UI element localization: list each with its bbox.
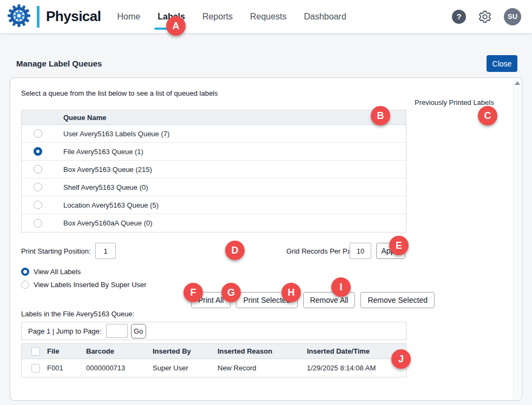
queue-name-column-header: Queue Name: [22, 114, 106, 122]
view-all-labels-option[interactable]: View All Labels: [21, 265, 147, 278]
brand[interactable]: Physical: [6, 3, 101, 30]
annotation-badge-f: F: [183, 283, 203, 302]
queue-name: File Avery5163 Queue (1): [63, 148, 143, 156]
col-inserted-datetime: Inserted Date/Time: [307, 347, 406, 355]
label-table-row[interactable]: F001 0000000713 Super User New Record 1/…: [22, 359, 406, 377]
brand-name: Physical: [46, 8, 101, 25]
annotation-badge-e: E: [389, 236, 409, 255]
queue-name: Location Avery5163 Queue (5): [63, 201, 159, 209]
queue-row-box-avery5163[interactable]: Box Avery5163 Queue (215): [22, 161, 406, 178]
scrollbar-up-arrow-icon[interactable]: [515, 81, 520, 85]
print-controls-row: Print Starting Position: Grid Records Pe…: [10, 243, 406, 259]
queue-instructions: Select a queue from the list below to se…: [21, 89, 218, 97]
previously-printed-labels-link[interactable]: Previously Printed Labels: [415, 98, 494, 107]
cell-inserted-by: Super User: [153, 364, 218, 372]
nav-item-dashboard[interactable]: Dashboard: [304, 9, 346, 25]
queue-radio[interactable]: [34, 165, 42, 174]
page-indicator: Page 1 | Jump to Page:: [28, 327, 102, 335]
cell-inserted-reason: New Record: [218, 364, 307, 372]
row-checkbox[interactable]: [31, 364, 40, 373]
print-starting-position-input[interactable]: [95, 243, 116, 259]
queue-radio-selected[interactable]: [34, 147, 42, 156]
gear-logo-icon: [6, 3, 31, 30]
view-all-labels-radio[interactable]: [21, 268, 29, 276]
jump-to-page-input[interactable]: [106, 324, 128, 338]
labels-in-queue-title: Labels in the File Avery5163 Queue:: [21, 310, 134, 318]
queue-row-shelf-avery5163[interactable]: Shelf Avery5163 Queue (0): [22, 178, 406, 196]
page-title: Manage Label Queues: [16, 59, 102, 68]
annotation-badge-c: C: [478, 106, 497, 125]
cell-inserted-datetime: 1/29/2025 8:14:08 AM: [307, 364, 406, 372]
nav-item-home[interactable]: Home: [117, 9, 141, 25]
remove-selected-button[interactable]: Remove Selected: [360, 292, 435, 308]
view-labels-super-user-label: View Labels Inserted By Super User: [34, 281, 147, 289]
col-barcode: Barcode: [86, 347, 153, 355]
queue-table: Queue Name User Avery5163 Labels Queue (…: [21, 110, 406, 233]
queue-name: Box Avery5163 Queue (215): [63, 165, 152, 174]
top-navbar: Physical Home Labels Reports Requests Da…: [0, 0, 532, 34]
view-labels-super-user-option[interactable]: View Labels Inserted By Super User: [21, 278, 147, 291]
print-starting-position-label: Print Starting Position:: [21, 247, 91, 255]
annotation-badge-a: A: [166, 16, 186, 36]
view-labels-super-user-radio[interactable]: [21, 281, 29, 289]
annotation-badge-i: I: [331, 277, 351, 297]
annotation-badge-b: B: [371, 106, 390, 125]
queue-radio[interactable]: [34, 219, 42, 228]
remove-all-button[interactable]: Remove All: [303, 292, 356, 308]
view-options-group: View All Labels View Labels Inserted By …: [21, 265, 147, 291]
nav-item-reports[interactable]: Reports: [202, 9, 233, 25]
queue-radio[interactable]: [34, 201, 42, 209]
annotation-badge-g: G: [221, 283, 241, 302]
queue-name: User Avery5163 Labels Queue (7): [63, 130, 169, 138]
queue-row-user-avery5163[interactable]: User Avery5163 Labels Queue (7): [22, 125, 406, 143]
navbar-right: ? SU: [452, 8, 521, 25]
col-file: File: [47, 347, 86, 355]
queue-radio[interactable]: [34, 183, 42, 191]
nav-item-requests[interactable]: Requests: [250, 9, 287, 25]
brand-divider: [37, 6, 40, 28]
cell-barcode: 0000000713: [86, 364, 153, 372]
settings-gear-icon[interactable]: [478, 10, 492, 24]
annotation-badge-d: D: [225, 241, 245, 260]
view-all-labels-label: View All Labels: [34, 268, 81, 276]
user-avatar[interactable]: SU: [504, 8, 521, 25]
annotation-badge-h: H: [281, 283, 301, 302]
select-all-checkbox[interactable]: [31, 347, 40, 356]
queue-name: Box Avery5160aA Queue (0): [63, 219, 153, 227]
main-nav: Home Labels Reports Requests Dashboard: [117, 9, 346, 25]
queue-name: Shelf Avery5163 Queue (0): [63, 183, 148, 191]
close-button[interactable]: Close: [487, 55, 517, 72]
grid-records-per-page-input[interactable]: [350, 243, 371, 259]
pager-bar: Page 1 | Jump to Page: Go: [21, 322, 406, 340]
panel-scrollbar[interactable]: [513, 78, 521, 400]
queue-row-file-avery5163[interactable]: File Avery5163 Queue (1): [22, 143, 406, 161]
annotation-badge-j: J: [391, 349, 411, 369]
help-icon[interactable]: ?: [452, 10, 466, 24]
col-inserted-by: Inserted By: [153, 347, 218, 355]
queue-row-location-avery5163[interactable]: Location Avery5163 Queue (5): [22, 196, 406, 214]
queue-row-box-avery5160aa[interactable]: Box Avery5160aA Queue (0): [22, 214, 406, 232]
go-button[interactable]: Go: [131, 324, 146, 338]
col-inserted-reason: Inserted Reason: [218, 347, 307, 355]
queue-table-header: Queue Name: [22, 110, 406, 125]
labels-table-header: File Barcode Inserted By Inserted Reason…: [22, 344, 406, 359]
cell-file: F001: [47, 364, 86, 372]
queue-radio[interactable]: [34, 129, 42, 138]
queued-labels-table: File Barcode Inserted By Inserted Reason…: [21, 343, 406, 377]
manage-queues-panel: Select a queue from the list below to se…: [10, 77, 522, 401]
